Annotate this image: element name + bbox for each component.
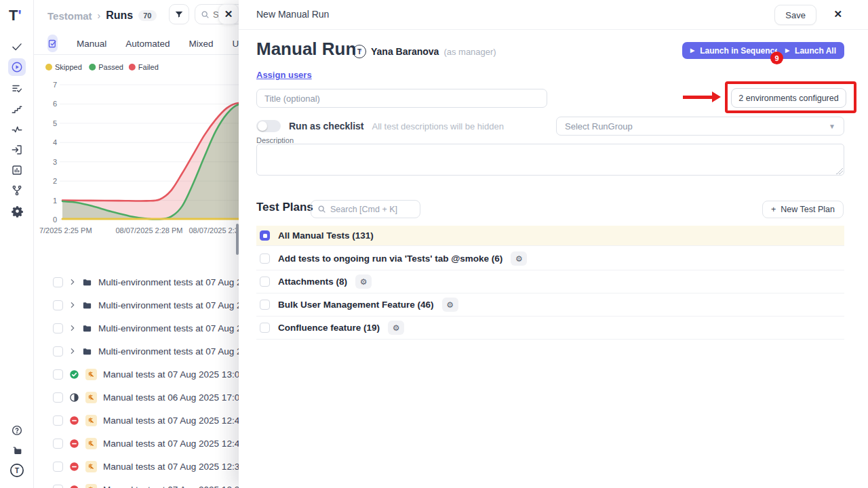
run-as-checklist-toggle[interactable]: [256, 120, 281, 132]
sidebar-item-analytics[interactable]: [8, 161, 26, 179]
plan-label[interactable]: Add tests to ongoing run via 'Tests' tab…: [278, 253, 502, 264]
row-checkbox[interactable]: [53, 346, 63, 357]
assign-users-link[interactable]: Assign users: [256, 70, 312, 80]
run-row[interactable]: Manual tests at 07 Aug 2025 12:34from: [34, 478, 264, 488]
row-checkbox[interactable]: [53, 415, 63, 426]
chevron-right-icon: [69, 279, 76, 285]
test-plans-search[interactable]: [311, 200, 420, 218]
sidebar-item-profile[interactable]: T: [8, 462, 26, 479]
resize-grip-icon[interactable]: [836, 167, 843, 174]
checklist-filter-button[interactable]: [47, 35, 58, 52]
plan-label[interactable]: All Manual Tests (131): [278, 230, 374, 241]
plan-settings-button[interactable]: ⚙: [511, 251, 527, 266]
row-checkbox[interactable]: [53, 323, 63, 333]
run-title-input[interactable]: [256, 89, 547, 108]
run-folder-row[interactable]: Multi-environment tests at 07 Aug 2025: [34, 270, 264, 293]
row-checkbox[interactable]: [53, 277, 63, 287]
test-plan-row[interactable]: All Manual Tests (131): [256, 226, 844, 246]
test-plan-row[interactable]: Attachments (8)⚙: [256, 270, 844, 293]
run-page-title: Manual Run: [256, 39, 356, 60]
run-row[interactable]: Manual tests at 07 Aug 2025 12:43from: [34, 409, 264, 432]
chevron-down-icon: ▼: [829, 123, 835, 130]
tab-manual[interactable]: Manual: [77, 39, 106, 49]
tab-mixed[interactable]: Mixed: [189, 39, 214, 49]
breadcrumb-separator: ›: [98, 10, 101, 21]
run-label[interactable]: Manual tests at 06 Aug 2025 17:06: [103, 392, 245, 403]
run-folder-row[interactable]: Multi-environment tests at 07 Aug 2025: [34, 317, 264, 340]
test-plan-row[interactable]: Confluence feature (19)⚙: [256, 317, 844, 340]
sidebar-item-runs[interactable]: [8, 58, 26, 76]
sidebar-item-help[interactable]: [8, 422, 26, 439]
test-plan-row[interactable]: Bulk User Management Feature (46)⚙: [256, 293, 844, 317]
search-icon: [201, 10, 210, 19]
run-row[interactable]: Manual tests at 07 Aug 2025 12:42from: [34, 432, 264, 455]
breadcrumb-current[interactable]: Runs: [106, 9, 133, 22]
test-plan-list: All Manual Tests (131)Add tests to ongoi…: [256, 226, 844, 340]
drawer-title: New Manual Run: [256, 9, 329, 20]
run-folder-row[interactable]: Multi-environment tests at 07 Aug 2025: [34, 293, 264, 317]
filter-button[interactable]: [169, 4, 189, 24]
plan-checkbox[interactable]: [260, 323, 270, 333]
environments-configured-button[interactable]: 2 environments configured: [731, 88, 846, 108]
launch-all-button[interactable]: ▶ Launch All: [777, 42, 844, 59]
test-plans-search-input[interactable]: [330, 205, 410, 214]
row-checkbox[interactable]: [53, 485, 63, 488]
row-checkbox[interactable]: [53, 369, 63, 380]
run-label[interactable]: Multi-environment tests at 07 Aug 2025: [98, 277, 257, 287]
row-checkbox[interactable]: [53, 439, 63, 449]
plus-icon: +: [771, 205, 776, 214]
save-button[interactable]: Save: [774, 5, 816, 25]
drawer-close-icon[interactable]: ✕: [833, 8, 842, 20]
plan-label[interactable]: Attachments (8): [278, 277, 347, 287]
new-test-plan-button[interactable]: + New Test Plan: [762, 201, 844, 218]
sidebar-item-settings[interactable]: [8, 202, 26, 220]
test-plan-row[interactable]: Add tests to ongoing run via 'Tests' tab…: [256, 247, 844, 270]
sidebar-item-test-plans[interactable]: [8, 80, 26, 98]
rungroup-select[interactable]: Select RunGroup ▼: [556, 117, 844, 136]
plan-checkbox[interactable]: [260, 300, 270, 310]
row-checkbox[interactable]: [53, 392, 63, 403]
manual-run-icon: [85, 484, 97, 488]
plan-label[interactable]: Confluence feature (19): [278, 323, 380, 333]
tab-automated[interactable]: Automated: [125, 39, 170, 49]
row-checkbox[interactable]: [53, 300, 63, 310]
run-label[interactable]: Multi-environment tests at 07 Aug 2025: [98, 323, 257, 333]
testomat-logo-icon[interactable]: T': [9, 7, 22, 24]
chevron-right-icon: [69, 325, 76, 331]
plan-label[interactable]: Bulk User Management Feature (46): [278, 300, 434, 310]
launch-all-label: Launch All: [795, 46, 836, 56]
sidebar-item-projects[interactable]: [8, 442, 26, 460]
sequence-count-badge: 9: [770, 52, 783, 64]
manual-run-icon: [85, 461, 97, 472]
run-row[interactable]: Manual tests at 07 Aug 2025 13:02from: [34, 363, 264, 386]
run-label[interactable]: Multi-environment tests at 07 Aug 2025: [98, 300, 257, 310]
chevron-right-icon: [69, 302, 76, 308]
plan-checkbox[interactable]: [260, 253, 270, 264]
run-label[interactable]: Manual tests at 07 Aug 2025 12:34: [103, 485, 245, 488]
sidebar-item-pulse[interactable]: [8, 121, 26, 138]
run-label[interactable]: Manual tests at 07 Aug 2025 13:02: [103, 369, 245, 380]
sidebar-item-check[interactable]: [8, 38, 26, 56]
sidebar-item-steps[interactable]: [8, 100, 26, 118]
avatar[interactable]: T': [353, 45, 366, 58]
plan-settings-button[interactable]: ⚙: [388, 321, 404, 335]
run-label[interactable]: Multi-environment tests at 07 Aug 2025: [98, 346, 257, 357]
row-checkbox[interactable]: [53, 462, 63, 472]
run-label[interactable]: Manual tests at 07 Aug 2025 12:35: [103, 462, 245, 472]
svg-text:08/07/2025 2:25 PM: 08/07/2025 2:25 PM: [39, 226, 92, 235]
run-row[interactable]: Manual tests at 06 Aug 2025 17:0613: [34, 386, 264, 409]
run-row[interactable]: Manual tests at 07 Aug 2025 12:35from: [34, 455, 264, 478]
sidebar-item-import[interactable]: [8, 141, 26, 159]
plan-settings-button[interactable]: ⚙: [442, 298, 458, 312]
folder-icon: [82, 346, 92, 357]
plan-settings-button[interactable]: ⚙: [355, 274, 372, 289]
run-label[interactable]: Manual tests at 07 Aug 2025 12:42: [103, 439, 245, 449]
plan-checkbox[interactable]: [260, 277, 270, 287]
search-close-button[interactable]: ✕: [218, 4, 239, 24]
plan-checkbox[interactable]: [260, 230, 270, 241]
description-textarea[interactable]: [256, 144, 844, 176]
run-folder-row[interactable]: Multi-environment tests at 07 Aug 2025: [34, 340, 264, 363]
run-label[interactable]: Manual tests at 07 Aug 2025 12:43: [103, 415, 245, 426]
breadcrumb-app[interactable]: Testomat: [47, 10, 92, 22]
sidebar-item-branch[interactable]: [8, 182, 26, 199]
